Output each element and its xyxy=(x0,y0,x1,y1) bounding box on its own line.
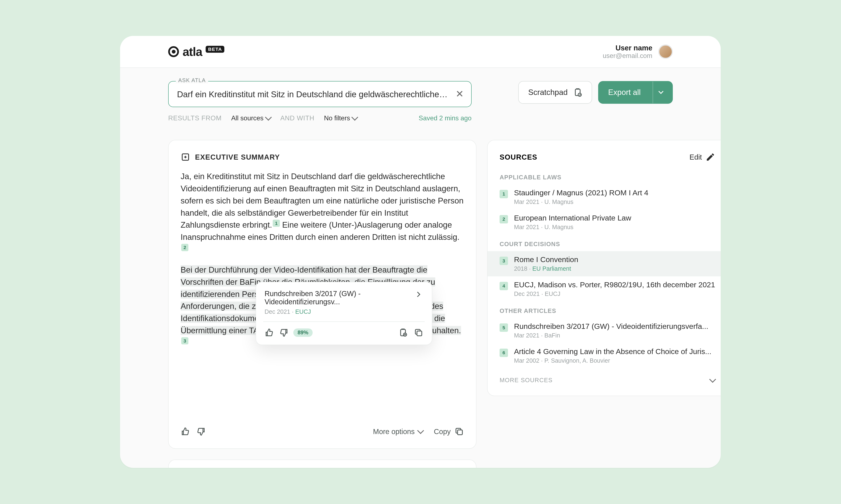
copy-icon[interactable] xyxy=(414,328,424,338)
meta-dot: · xyxy=(292,308,295,315)
clipboard-add-icon[interactable] xyxy=(398,328,408,338)
source-item[interactable]: 1Staudinger / Magnus (2021) ROM I Art 4M… xyxy=(487,184,721,210)
chevron-right-icon[interactable] xyxy=(414,290,424,299)
source-select[interactable]: All sources xyxy=(231,114,271,122)
results-from-label: RESULTS FROM xyxy=(168,114,222,122)
close-icon[interactable]: ✕ xyxy=(456,89,464,99)
citation-2[interactable]: 2 xyxy=(181,244,188,251)
source-title: European International Private Law xyxy=(514,214,715,222)
copy-label: Copy xyxy=(434,428,451,436)
source-meta: Mar 2002 · P. Sauvignon, A. Bouvier xyxy=(514,357,715,364)
sources-card: SOURCES Edit APPLICABLE LAWS1Staudinger … xyxy=(487,140,721,396)
chevron-down-icon xyxy=(351,114,358,121)
confidence-badge: 89% xyxy=(293,328,312,337)
source-number: 5 xyxy=(500,323,508,332)
citation-popup: Rundschreiben 3/2017 (GW) - Videoidentif… xyxy=(256,282,432,345)
sources-heading: SOURCES xyxy=(500,153,537,161)
executive-summary-card: EXECUTIVE SUMMARY Ja, ein Kreditinstitut… xyxy=(168,140,477,449)
scratchpad-button[interactable]: Scratchpad xyxy=(518,81,592,104)
citation-popup-date: Dec 2021 xyxy=(264,308,290,315)
thumbs-down-icon[interactable] xyxy=(279,328,289,338)
svg-rect-5 xyxy=(417,331,422,336)
user-email: user@email.com xyxy=(603,52,652,60)
ask-field[interactable]: ASK ATLA ✕ xyxy=(168,81,471,107)
and-with-label: AND WITH xyxy=(280,114,314,122)
logo-text: atla xyxy=(183,45,202,59)
chevron-down-icon xyxy=(658,89,663,94)
export-label: Export all xyxy=(608,88,641,97)
source-group-heading: OTHER ARTICLES xyxy=(487,302,721,318)
source-number: 6 xyxy=(500,348,508,357)
pencil-icon xyxy=(706,152,715,162)
source-item[interactable]: 2European International Private LawMar 2… xyxy=(487,210,721,235)
logo[interactable]: atla BETA xyxy=(168,45,224,59)
source-title: EUCJ, Madison vs. Porter, R9802/19U, 16t… xyxy=(514,281,715,289)
source-number: 4 xyxy=(500,282,508,290)
citation-1[interactable]: 1 xyxy=(273,220,280,227)
source-meta: 2018 · EU Parliament xyxy=(514,265,715,272)
saved-indicator: Saved 2 mins ago xyxy=(418,114,471,122)
edit-sources-button[interactable]: Edit xyxy=(689,152,715,162)
thumbs-down-icon[interactable] xyxy=(196,427,206,436)
filter-select-value: No filters xyxy=(324,114,350,122)
citation-popup-title: Rundschreiben 3/2017 (GW) - Videoidentif… xyxy=(264,290,410,306)
source-title: Rundschreiben 3/2017 (GW) - Videoidentif… xyxy=(514,322,715,331)
chevron-down-icon xyxy=(265,114,272,121)
dig-deeper-card: DIG DEEPER in this scope xyxy=(168,460,477,468)
export-split[interactable] xyxy=(653,82,663,104)
source-number: 2 xyxy=(500,215,508,223)
source-item[interactable]: 5Rundschreiben 3/2017 (GW) - Videoidenti… xyxy=(487,318,721,343)
chevron-down-icon xyxy=(417,427,424,434)
more-sources-label: MORE SOURCES xyxy=(500,377,552,384)
user-name: User name xyxy=(603,44,652,52)
source-select-value: All sources xyxy=(231,114,264,122)
source-item[interactable]: 4EUCJ, Madison vs. Porter, R9802/19U, 16… xyxy=(487,276,721,302)
more-options-label: More options xyxy=(373,428,415,436)
beta-badge: BETA xyxy=(206,46,224,53)
thumbs-up-icon[interactable] xyxy=(181,427,190,436)
source-title: Staudinger / Magnus (2021) ROM I Art 4 xyxy=(514,188,715,197)
source-item[interactable]: 6Article 4 Governing Law in the Absence … xyxy=(487,343,721,368)
chevron-down-icon xyxy=(709,376,716,383)
source-group-heading: COURT DECISIONS xyxy=(487,235,721,251)
ask-input[interactable] xyxy=(177,90,449,99)
source-meta: Mar 2021 · U. Magnus xyxy=(514,198,715,205)
thumbs-up-icon[interactable] xyxy=(264,328,274,338)
avatar[interactable] xyxy=(658,44,673,59)
source-title: Rome I Convention xyxy=(514,255,715,264)
edit-label: Edit xyxy=(689,153,702,161)
source-number: 1 xyxy=(500,190,508,198)
copy-icon xyxy=(454,427,464,436)
clipboard-icon xyxy=(572,88,582,97)
source-meta: Mar 2021 · U. Magnus xyxy=(514,224,715,231)
ask-legend: ASK ATLA xyxy=(176,77,208,83)
summary-heading: EXECUTIVE SUMMARY xyxy=(195,153,280,161)
user-menu[interactable]: User name user@email.com xyxy=(603,44,673,60)
scratchpad-label: Scratchpad xyxy=(528,88,568,97)
citation-3[interactable]: 3 xyxy=(181,337,188,344)
export-button[interactable]: Export all xyxy=(598,81,673,104)
source-meta: Dec 2021 · EUCJ xyxy=(514,290,715,298)
svg-rect-6 xyxy=(458,430,462,435)
source-item[interactable]: 3Rome I Convention2018 · EU Parliament xyxy=(487,251,721,276)
source-group-heading: APPLICABLE LAWS xyxy=(487,168,721,185)
source-title: Article 4 Governing Law in the Absence o… xyxy=(514,347,715,356)
more-options-button[interactable]: More options xyxy=(373,428,423,436)
source-meta: Mar 2021 · BaFin xyxy=(514,332,715,339)
more-sources-toggle[interactable]: MORE SOURCES xyxy=(487,368,721,384)
logo-mark-icon xyxy=(168,46,179,57)
filter-select[interactable]: No filters xyxy=(324,114,357,122)
copy-button[interactable]: Copy xyxy=(434,427,464,436)
citation-popup-source: EUCJ xyxy=(295,308,311,315)
expand-icon[interactable] xyxy=(181,152,190,162)
source-number: 3 xyxy=(500,257,508,265)
